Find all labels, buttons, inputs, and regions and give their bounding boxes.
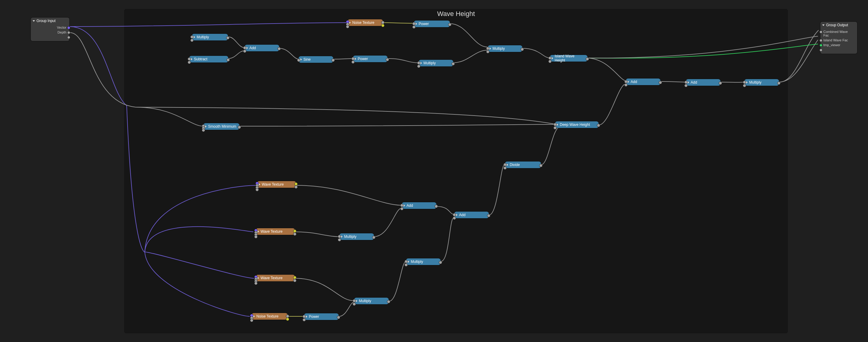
frame-title: Wave Height bbox=[437, 10, 475, 18]
chevron-right-icon bbox=[306, 315, 307, 318]
node-wave-texture-3[interactable]: Wave Texture bbox=[256, 275, 295, 281]
node-power-3[interactable]: Power bbox=[304, 313, 339, 320]
chevron-right-icon bbox=[194, 36, 195, 38]
node-label: Add bbox=[459, 213, 465, 217]
node-label: Noise Texture bbox=[352, 21, 374, 25]
node-label: Wave Texture bbox=[260, 229, 283, 234]
node-label: Add bbox=[631, 80, 637, 84]
chevron-right-icon bbox=[356, 300, 358, 302]
input-empty[interactable]: . bbox=[824, 48, 854, 52]
chevron-right-icon bbox=[349, 22, 351, 24]
node-sine[interactable]: Sine bbox=[299, 56, 333, 63]
chevron-right-icon bbox=[408, 260, 409, 263]
node-label: Multiply bbox=[359, 299, 371, 303]
node-multiply-3[interactable]: Multiply bbox=[488, 45, 522, 52]
chevron-right-icon bbox=[259, 183, 260, 186]
group-output-node[interactable]: Group Output Combined Wave Fac Island Wa… bbox=[820, 22, 857, 54]
node-add-2[interactable]: Add bbox=[402, 202, 436, 209]
chevron-right-icon bbox=[552, 57, 553, 59]
node-label: Add bbox=[407, 203, 413, 208]
node-add-top-3[interactable]: Add bbox=[686, 79, 720, 86]
node-label: Multiply bbox=[344, 234, 356, 239]
node-label: Wave Texture bbox=[262, 182, 284, 187]
node-label: Smooth Minimum bbox=[208, 124, 236, 129]
group-input-node[interactable]: Group Input Vector Depth . bbox=[31, 18, 69, 41]
chevron-right-icon bbox=[257, 230, 259, 233]
input-combined[interactable]: Combined Wave Fac bbox=[824, 29, 854, 38]
node-label: Power bbox=[418, 22, 429, 26]
chevron-right-icon bbox=[191, 58, 192, 60]
node-label: Add bbox=[691, 80, 697, 85]
node-noise-texture-1[interactable]: Noise Texture bbox=[347, 19, 383, 26]
node-wave-texture-2[interactable]: Wave Texture bbox=[256, 228, 295, 235]
node-label: Deep Wave Height bbox=[560, 122, 590, 127]
node-add-top-2[interactable]: Add bbox=[626, 79, 660, 85]
node-label: Multiply bbox=[411, 260, 423, 264]
node-label: Wave Texture bbox=[260, 276, 283, 280]
node-deep-wave-height[interactable]: Deep Wave Height bbox=[555, 121, 599, 128]
node-add-1[interactable]: Add bbox=[245, 45, 279, 51]
chevron-down-icon bbox=[33, 20, 35, 22]
chevron-right-icon bbox=[355, 58, 356, 60]
node-label: Power bbox=[358, 57, 368, 61]
chevron-right-icon bbox=[421, 62, 422, 64]
chevron-right-icon bbox=[257, 277, 259, 279]
node-multiply-1[interactable]: Multiply bbox=[192, 34, 228, 40]
node-power-2[interactable]: Power bbox=[353, 56, 388, 62]
group-output-title: Group Output bbox=[826, 23, 848, 27]
chevron-down-icon bbox=[822, 24, 825, 26]
chevron-right-icon bbox=[507, 164, 508, 166]
chevron-right-icon bbox=[253, 315, 255, 318]
node-power-1[interactable]: Power bbox=[414, 21, 450, 27]
output-depth[interactable]: Depth bbox=[34, 30, 66, 35]
group-input-title: Group Input bbox=[36, 19, 56, 23]
chevron-right-icon bbox=[628, 81, 629, 83]
input-island[interactable]: Island Wave Fac bbox=[824, 38, 854, 42]
node-label: Power bbox=[309, 315, 319, 319]
node-add-3[interactable]: Add bbox=[454, 211, 489, 218]
node-noise-texture-2[interactable]: Noise Texture bbox=[251, 313, 288, 320]
chevron-right-icon bbox=[746, 81, 748, 84]
node-divide[interactable]: Divide bbox=[505, 162, 541, 168]
chevron-right-icon bbox=[456, 214, 458, 216]
node-multiply-2[interactable]: Multiply bbox=[418, 60, 453, 66]
node-label: Multiply bbox=[197, 35, 209, 39]
chevron-right-icon bbox=[246, 47, 248, 49]
node-wave-texture-1[interactable]: Wave Texture bbox=[257, 181, 296, 188]
node-label: Multiply bbox=[424, 61, 436, 65]
output-vector[interactable]: Vector bbox=[34, 25, 66, 30]
node-multiply-5[interactable]: Multiply bbox=[339, 233, 374, 240]
node-label: Divide bbox=[510, 163, 520, 167]
node-label: Multiply bbox=[493, 47, 505, 51]
chevron-right-icon bbox=[300, 58, 302, 61]
chevron-right-icon bbox=[341, 235, 343, 238]
node-label: Add bbox=[249, 46, 256, 50]
chevron-right-icon bbox=[415, 23, 417, 25]
node-label: Noise Texture bbox=[256, 314, 278, 318]
node-label: Multiply bbox=[749, 80, 762, 85]
chevron-right-icon bbox=[404, 204, 405, 207]
input-tmp[interactable]: tmp_viewer bbox=[824, 42, 854, 48]
chevron-right-icon bbox=[688, 81, 689, 84]
node-multiply-4[interactable]: Multiply bbox=[406, 258, 441, 265]
node-island-wave-height[interactable]: Island Wave Height bbox=[550, 55, 588, 62]
chevron-right-icon bbox=[205, 125, 207, 128]
node-subtract[interactable]: Subtract bbox=[189, 56, 228, 62]
chevron-right-icon bbox=[557, 123, 558, 126]
chevron-right-icon bbox=[490, 48, 491, 50]
output-empty[interactable]: . bbox=[34, 35, 66, 39]
node-label: Subtract bbox=[194, 57, 208, 61]
node-smooth-minimum[interactable]: Smooth Minimum bbox=[203, 123, 240, 130]
node-label: Island Wave Height bbox=[555, 54, 585, 62]
node-label: Sine bbox=[303, 57, 311, 62]
node-multiply-top[interactable]: Multiply bbox=[744, 79, 779, 86]
node-multiply-6[interactable]: Multiply bbox=[354, 297, 389, 304]
